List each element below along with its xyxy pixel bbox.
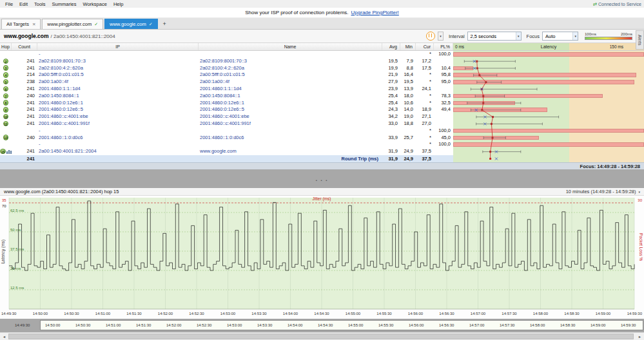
hop-number: 9 (0, 106, 12, 113)
round-trip-row[interactable]: 241 Round Trip (ms) 31,9 24,9 37,5 (0, 155, 644, 162)
hop-ip: 2a02:8100:4:2::620a (37, 65, 199, 72)
overview-tick: 14:54:00 (288, 323, 302, 327)
tab-google[interactable]: www.google.com✓ (104, 19, 158, 29)
header-min[interactable]: Min (400, 43, 416, 50)
focus-value: Auto (545, 33, 555, 39)
alerts-side-tab[interactable]: Alerts (636, 30, 644, 50)
header-pl[interactable]: PL% (434, 43, 453, 50)
scroll-right-arrow-icon[interactable]: ► (636, 333, 644, 340)
hop-row[interactable]: 11 241 2001:4860::c:4001:991f 2001:4860:… (0, 120, 644, 128)
overview-tick: 14:49:30 (15, 323, 30, 327)
hop-row[interactable]: - * 100,0 (0, 141, 644, 148)
hop-min: 25,7 (400, 135, 416, 142)
notification-bar: Show your ISP proof of connection proble… (0, 8, 644, 18)
interval-select[interactable]: 2,5 seconds ▾ (467, 32, 522, 41)
timeline-range-label[interactable]: 10 minutes (14:49:28 - 14:59:28) (566, 189, 636, 194)
menu-item-file[interactable]: File (2, 1, 16, 7)
hop-row[interactable]: 3 241 2a02:8100:4:2::620a 2a02:8100:4:2:… (0, 65, 644, 72)
hop-latency-graph (453, 58, 644, 65)
hop-ip: 2001:4860::c:4001:ebe (37, 113, 199, 120)
hop-count: 241 (12, 58, 37, 65)
chevron-down-icon[interactable]: ▾ (638, 190, 640, 194)
tab-pingplotter[interactable]: www.pingplotter.com✓ (42, 19, 103, 29)
hop-number-badge: 6 (3, 86, 9, 92)
header-name[interactable]: Name (199, 43, 382, 50)
hop-row[interactable]: 15 241 2a00:1450:4001:821::2004 www.goog… (0, 148, 644, 155)
hop-number: 13 (0, 135, 12, 142)
hop-name: www.google.com (199, 148, 382, 155)
hop-latency-graph (453, 113, 644, 120)
pause-icon (429, 33, 432, 37)
hop-row[interactable]: 8 241 2001:4860:0:12e6::1 2001:4860:0:12… (0, 100, 644, 107)
pause-dropdown-button[interactable]: ▾ (438, 32, 444, 41)
hop-min: 16,4 (400, 71, 416, 79)
overview-tick: 14:59:00 (590, 323, 605, 327)
hop-latency-graph (453, 86, 644, 93)
hop-row[interactable]: 7 240 2a00:1450:8084::1 2a00:1450:8084::… (0, 93, 644, 100)
x-axis-tick: 14:52:00 (158, 312, 173, 316)
hop-ip: - (37, 141, 199, 148)
x-axis-tick: 14:56:30 (439, 312, 454, 316)
latency-grid-label: 12.5 ms (10, 286, 24, 290)
hop-pl: 100,0 (434, 141, 453, 148)
overview-box[interactable] (40, 320, 643, 330)
hop-min: 13,9 (400, 86, 416, 93)
hop-row[interactable]: 6 241 2001:4860:1:1::1d4 2001:4860:1:1::… (0, 86, 644, 93)
timeline-overview-bar: 14:49:3014:50:0014:50:3014:51:0014:51:30… (0, 319, 644, 332)
interval-label: Interval (449, 33, 465, 39)
menu-item-edit[interactable]: Edit (16, 1, 31, 7)
overview-tick: 14:56:30 (439, 323, 454, 327)
close-icon[interactable]: ✕ (32, 22, 35, 27)
panel-splitter[interactable]: • • • (0, 169, 644, 188)
horizontal-scrollbar[interactable]: ◄ ► (0, 332, 644, 340)
hop-row[interactable]: 10 241 2001:4860::c:4001:ebe 2001:4860::… (0, 113, 644, 120)
header-cur[interactable]: Cur (416, 43, 434, 50)
new-target-tab[interactable]: + (159, 19, 170, 29)
hop-row[interactable]: - * 100,0 (0, 128, 644, 135)
x-axis-tick: 14:54:00 (283, 312, 298, 316)
rt-count: 241 (12, 155, 37, 162)
upgrade-link[interactable]: Upgrade PingPlotter! (351, 10, 399, 15)
hop-avg: 23,9 (382, 86, 400, 93)
hop-cur: * (416, 71, 434, 79)
focus-select[interactable]: Auto ▾ (542, 32, 578, 41)
hop-row[interactable]: 9 241 2001:4860:0:12e6::5 2001:4860:0:12… (0, 106, 644, 113)
hop-row[interactable]: 5 238 2a00:1a00::4f 2a00:1a00::4f 27,9 1… (0, 79, 644, 86)
header-count[interactable]: Count (12, 43, 37, 50)
menu-item-summaries[interactable]: Summaries (49, 1, 80, 7)
header-ip[interactable]: IP (37, 43, 199, 50)
hop-min: 8,8 (400, 65, 416, 72)
hop-count: 240 (12, 93, 37, 100)
hop-min: 7,9 (400, 58, 416, 65)
header-avg[interactable]: Avg (382, 43, 400, 50)
x-axis-tick: 14:59:30 (627, 312, 643, 316)
packet-loss-bar (453, 101, 515, 106)
hop-pl (434, 148, 453, 155)
hop-number-badge: 8 (3, 100, 9, 106)
hop-min: 19,0 (400, 113, 416, 120)
latency-timeline-chart[interactable]: 14:49:3014:50:0014:50:3014:51:0014:51:30… (0, 196, 644, 319)
hop-table-body: - * 100,0 2 241 2a02:8109:8001:70::3 2a0… (0, 51, 644, 162)
menu-item-workspace[interactable]: Workspace (79, 1, 110, 7)
hop-avg: 33,0 (382, 120, 400, 128)
tab-label: www.google.com (110, 21, 146, 27)
latency-grid-label: 50 ms (10, 228, 21, 232)
menu-item-tools[interactable]: Tools (31, 1, 49, 7)
hop-row[interactable]: 2 241 2a02:8109:8001:70::3 2a02:8109:800… (0, 58, 644, 65)
hop-latency-graph (453, 128, 644, 135)
x-axis-tick: 14:55:00 (346, 312, 361, 316)
menu-item-help[interactable]: Help (110, 1, 126, 7)
hop-row[interactable]: - * 100,0 (0, 51, 644, 58)
splitter-grip-icon[interactable]: • • • (0, 178, 644, 182)
caret-down-icon: ▾ (516, 32, 521, 40)
tab-all-targets[interactable]: All Targets✕ (1, 19, 41, 29)
scrollbar-thumb[interactable] (8, 334, 634, 339)
scroll-left-arrow-icon[interactable]: ◄ (0, 333, 8, 340)
target-address: / 2a00:1450:4001:821::2004 (51, 33, 115, 39)
hop-row[interactable]: 4 214 2a00:5fff:0:c01:c01:5 2a00:5fff:0:… (0, 71, 644, 79)
hop-row[interactable]: 13 240 2001:4860::1:0:d0c6 2001:4860::1:… (0, 135, 644, 142)
hop-number: 6 (0, 86, 12, 93)
caret-down-icon: ▾ (572, 32, 578, 40)
hop-number-badge: 5 (3, 79, 9, 85)
pause-button[interactable] (426, 32, 435, 41)
